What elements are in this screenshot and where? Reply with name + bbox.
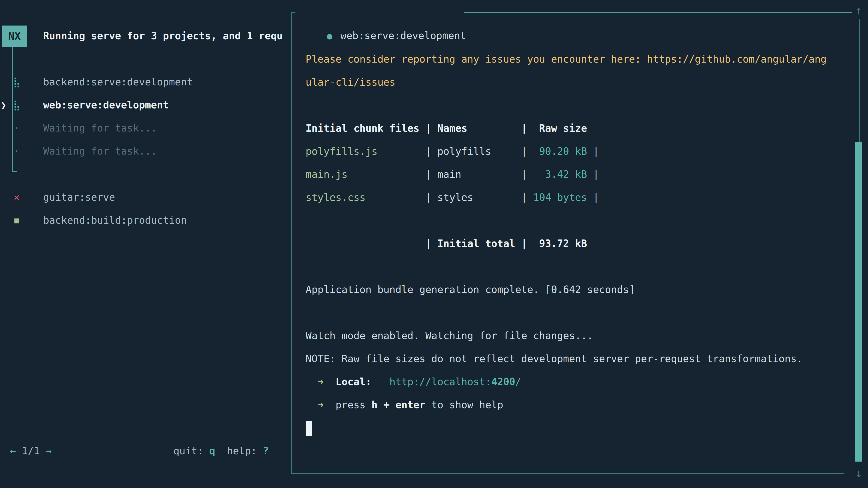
quit-label: quit: bbox=[174, 445, 203, 457]
output-segment: | bbox=[426, 192, 437, 203]
output-line: ➜ press h + enter to show help bbox=[306, 393, 848, 416]
output-segment: 90.20 kB bbox=[533, 145, 587, 157]
output-line: main.js | main | 3.42 kB | bbox=[306, 163, 848, 186]
output-segment: ular-cli/issues bbox=[306, 76, 395, 88]
output-segment: | bbox=[587, 192, 599, 203]
output-segment: polyfills bbox=[437, 145, 521, 157]
running-status-dot-icon: ● bbox=[327, 24, 340, 47]
quit-key[interactable]: q bbox=[209, 445, 215, 457]
task-item-backend-serve-development[interactable]: ⣧backend:serve:development bbox=[0, 70, 291, 94]
panel-title-row: ●web:serve:development bbox=[303, 1, 466, 24]
scroll-down-icon[interactable]: ↓ bbox=[851, 463, 867, 484]
scrollbar-thumb[interactable] bbox=[855, 142, 862, 462]
output-line: polyfills.js | polyfills | 90.20 kB | bbox=[306, 140, 848, 163]
page-title: Running serve for 3 projects, and 1 requ bbox=[43, 24, 283, 47]
output-segment: | bbox=[426, 145, 437, 157]
output-segment: Application bundle generation complete. … bbox=[306, 284, 635, 295]
output-segment: | bbox=[587, 168, 599, 180]
output-segment bbox=[306, 399, 318, 411]
output-segment: main bbox=[437, 168, 521, 180]
output-segment: Initial chunk files | Names | Raw size bbox=[306, 123, 587, 134]
output-line: Please consider reporting any issues you… bbox=[306, 48, 848, 71]
help-label: help: bbox=[227, 445, 257, 457]
output-segment bbox=[323, 376, 336, 387]
local-url-port[interactable]: 4200 bbox=[491, 376, 515, 387]
output-segment: NOTE: Raw file sizes do not reflect deve… bbox=[306, 353, 803, 364]
output-segment: 3.42 kB bbox=[533, 168, 587, 180]
selection-caret-icon: ❯ bbox=[0, 94, 6, 117]
output-segment bbox=[323, 399, 336, 411]
output-line: Watch mode enabled. Watching for file ch… bbox=[306, 324, 848, 347]
terminal-cursor bbox=[306, 421, 312, 436]
output-line: | Initial total | 93.72 kB bbox=[306, 232, 848, 255]
output-segment: 104 bytes bbox=[533, 192, 587, 203]
task-item-backend-build-production[interactable]: ■backend:build:production bbox=[0, 209, 291, 232]
output-segment: h + enter bbox=[371, 399, 425, 411]
task-label: guitar:serve bbox=[43, 186, 115, 209]
task-group-branch-corner bbox=[12, 171, 17, 172]
output-line bbox=[306, 255, 848, 278]
output-segment: | bbox=[587, 145, 599, 157]
output-segment: styles.css bbox=[306, 192, 426, 203]
output-segment: press bbox=[336, 399, 371, 411]
output-segment: | bbox=[521, 168, 533, 180]
task-item-web-serve-development[interactable]: ❯⣧web:serve:development bbox=[0, 94, 291, 117]
output-segment: | bbox=[521, 192, 533, 203]
local-url-slash[interactable]: / bbox=[515, 376, 521, 387]
output-segment: styles bbox=[437, 192, 521, 203]
output-segment: | bbox=[426, 168, 437, 180]
output-segment: Please consider reporting any issues you… bbox=[306, 53, 827, 65]
dot-icon: · bbox=[11, 117, 22, 140]
output-line: ular-cli/issues bbox=[306, 71, 848, 94]
panel-title: web:serve:development bbox=[340, 30, 466, 41]
output-line: NOTE: Raw file sizes do not reflect deve… bbox=[306, 347, 848, 370]
task-item-Waiting-for-task-[interactable]: ·Waiting for task... bbox=[0, 117, 291, 140]
page-prev-button[interactable]: ← bbox=[10, 445, 16, 457]
task-item-guitar-serve[interactable]: ✕guitar:serve bbox=[0, 186, 291, 209]
output-line bbox=[306, 416, 848, 440]
panel-title-rule bbox=[464, 12, 852, 13]
task-label: backend:build:production bbox=[43, 209, 187, 232]
output-segment: ➜ bbox=[318, 399, 324, 411]
output-line: styles.css | styles | 104 bytes | bbox=[306, 186, 848, 209]
task-item-Waiting-for-task-[interactable]: ·Waiting for task... bbox=[0, 140, 291, 163]
scroll-up-icon[interactable]: ↑ bbox=[851, 0, 867, 21]
shortcut-hints: quit:qhelp:? bbox=[174, 440, 269, 462]
output-line bbox=[306, 209, 848, 232]
task-label: backend:serve:development bbox=[43, 70, 193, 94]
scrollbar-track[interactable] bbox=[857, 20, 860, 142]
panel-border-left bbox=[291, 12, 292, 474]
task-label: Waiting for task... bbox=[43, 140, 157, 163]
output-segment: polyfills.js bbox=[306, 145, 426, 157]
output-line bbox=[306, 94, 848, 117]
help-key[interactable]: ? bbox=[263, 445, 269, 457]
output-segment: to show help bbox=[426, 399, 503, 411]
nx-logo: NX bbox=[2, 26, 27, 47]
dot-icon: · bbox=[11, 140, 22, 163]
status-bar: ←1/1→ quit:qhelp:? bbox=[0, 440, 291, 462]
page-next-button[interactable]: → bbox=[46, 445, 52, 457]
output-segment bbox=[306, 376, 318, 387]
output-segment: | Initial total | 93.72 kB bbox=[306, 238, 587, 249]
output-line: Initial chunk files | Names | Raw size bbox=[306, 117, 848, 140]
spinner-icon: ⣧ bbox=[11, 70, 22, 94]
panel-border-bottom bbox=[291, 473, 844, 474]
output-segment: Watch mode enabled. Watching for file ch… bbox=[306, 330, 593, 341]
nx-logo-text: NX bbox=[8, 30, 21, 42]
task-label: Waiting for task... bbox=[43, 117, 157, 140]
square-icon: ■ bbox=[11, 209, 22, 232]
spinner-icon: ⣧ bbox=[11, 94, 22, 117]
terminal-output: Please consider reporting any issues you… bbox=[306, 48, 848, 440]
output-segment bbox=[371, 376, 389, 387]
output-segment: ➜ bbox=[318, 376, 324, 387]
task-label: web:serve:development bbox=[43, 94, 169, 117]
page-indicator: 1/1 bbox=[22, 445, 40, 457]
local-url[interactable]: http://localhost: bbox=[390, 376, 491, 387]
cross-icon: ✕ bbox=[11, 186, 22, 209]
output-line: Application bundle generation complete. … bbox=[306, 278, 848, 301]
output-line: ➜ Local: http://localhost:4200/ bbox=[306, 370, 848, 393]
output-segment: | bbox=[521, 145, 533, 157]
output-line bbox=[306, 301, 848, 324]
pagination: ←1/1→ bbox=[10, 440, 52, 462]
nx-tui-screen: NX Running serve for 3 projects, and 1 r… bbox=[0, 0, 868, 488]
